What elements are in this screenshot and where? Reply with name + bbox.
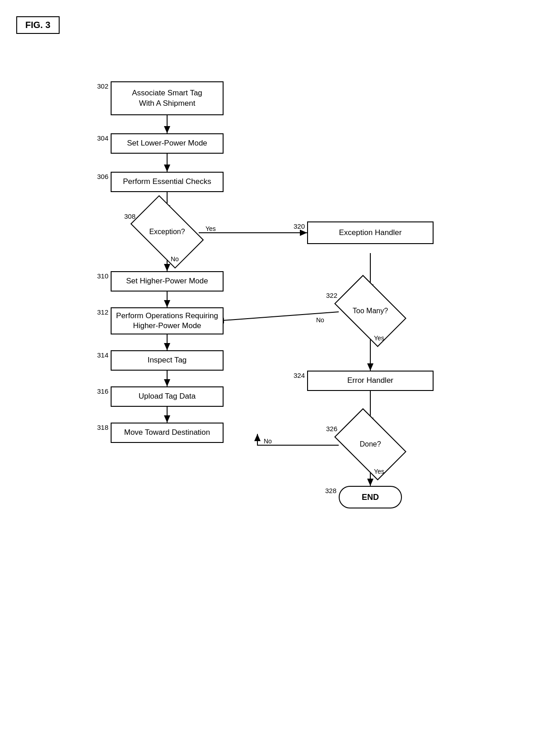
- node-308: Exception?: [135, 212, 199, 252]
- ref-314: 314: [97, 351, 108, 359]
- fig-label: FIG. 3: [16, 16, 60, 34]
- ref-312: 312: [97, 308, 108, 316]
- arrow-label-no3: No: [264, 438, 272, 445]
- node-304: Set Lower-Power Mode: [111, 133, 224, 154]
- ref-320: 320: [294, 222, 305, 230]
- arrow-label-yes2: Yes: [374, 334, 384, 342]
- ref-306: 306: [97, 173, 108, 180]
- ref-324: 324: [294, 372, 305, 379]
- node-312: Perform Operations Requiring Higher-Powe…: [111, 307, 224, 334]
- node-324: Error Handler: [307, 371, 434, 391]
- arrow-label-no2: No: [316, 316, 324, 324]
- ref-310: 310: [97, 272, 108, 280]
- arrow-label-no1: No: [171, 255, 179, 263]
- node-302: Associate Smart Tag With A Shipment: [111, 81, 224, 115]
- node-310: Set Higher-Power Mode: [111, 271, 224, 292]
- ref-322: 322: [326, 292, 337, 299]
- ref-302: 302: [97, 82, 108, 90]
- node-326: Done?: [340, 424, 401, 465]
- arrow-label-yes1: Yes: [205, 225, 216, 232]
- ref-328: 328: [325, 487, 336, 494]
- ref-318: 318: [97, 423, 108, 431]
- arrow-label-yes3: Yes: [374, 468, 384, 475]
- node-316: Upload Tag Data: [111, 386, 224, 407]
- ref-316: 316: [97, 387, 108, 395]
- node-322: Too Many?: [340, 291, 401, 331]
- node-318: Move Toward Destination: [111, 423, 224, 443]
- node-306: Perform Essential Checks: [111, 172, 224, 192]
- ref-308: 308: [124, 212, 135, 220]
- node-328: END: [339, 486, 402, 508]
- ref-326: 326: [326, 425, 337, 433]
- node-320: Exception Handler: [307, 221, 434, 244]
- ref-304: 304: [97, 134, 108, 142]
- node-314: Inspect Tag: [111, 350, 224, 371]
